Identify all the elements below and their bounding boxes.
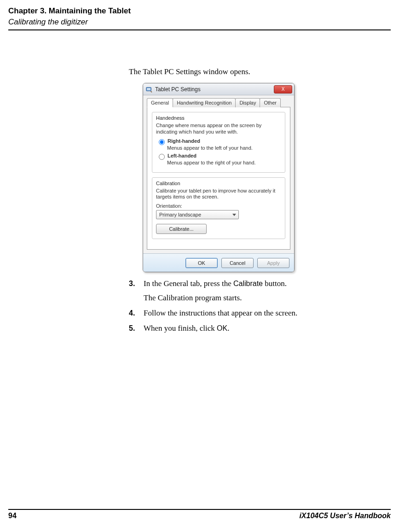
step-4-text: Follow the instructions that appear on t… <box>144 308 362 319</box>
step-3: 3. In the General tab, press the Calibra… <box>129 279 362 304</box>
svg-line-2 <box>151 91 152 92</box>
steps-list: 3. In the General tab, press the Calibra… <box>129 279 362 334</box>
tab-handwriting[interactable]: Handwriting Recognition <box>173 98 236 107</box>
step-5-ok-label: OK <box>217 324 227 332</box>
step-3-text-a: In the General tab, press the <box>144 279 233 288</box>
close-button[interactable]: X <box>274 85 292 94</box>
radio-right-handed[interactable] <box>159 139 165 145</box>
radio-left-handed-sub: Menus appear to the right of your hand. <box>167 160 281 165</box>
apply-button[interactable]: Apply <box>257 258 289 268</box>
dialog-title: Tablet PC Settings <box>155 86 274 93</box>
tab-other[interactable]: Other <box>260 98 281 107</box>
step-5-number: 5. <box>129 323 144 334</box>
calibrate-button[interactable]: Calibrate... <box>156 224 207 234</box>
page-footer: 94 iX104C5 User’s Handbook <box>8 509 391 520</box>
step-4-number: 4. <box>129 308 144 319</box>
step-3-sub: The Calibration program starts. <box>144 293 362 304</box>
step-5-text-a: When you finish, click <box>144 324 217 333</box>
step-3-calibrate-label: Calibrate <box>233 280 263 287</box>
page-number: 94 <box>8 512 17 520</box>
tab-panel-general: Handedness Change where menus appear on … <box>147 107 290 250</box>
orientation-select[interactable]: Primary landscape <box>156 210 239 219</box>
cancel-button[interactable]: Cancel <box>221 258 254 268</box>
step-5-text-c: . <box>227 324 229 333</box>
group-calibration-desc: Calibrate your tablet pen to improve how… <box>156 188 281 201</box>
group-calibration: Calibration Calibrate your tablet pen to… <box>152 177 285 240</box>
radio-right-handed-label: Right-handed <box>168 138 200 144</box>
dialog-tabs: General Handwriting Recognition Display … <box>147 98 290 107</box>
step-4: 4. Follow the instructions that appear o… <box>129 308 362 319</box>
dialog-titlebar: Tablet PC Settings X <box>143 83 294 95</box>
orientation-value: Primary landscape <box>159 212 201 217</box>
radio-left-handed[interactable] <box>159 154 165 160</box>
group-calibration-title: Calibration <box>156 181 281 186</box>
radio-right-handed-sub: Menus appear to the left of your hand. <box>167 145 281 151</box>
step-3-number: 3. <box>129 279 144 304</box>
group-handedness: Handedness Change where menus appear on … <box>152 112 285 173</box>
tablet-pc-settings-dialog: Tablet PC Settings X General Handwriting… <box>143 83 295 272</box>
intro-text: The Tablet PC Settings window opens. <box>129 67 362 76</box>
section-title: Calibrating the digitizer <box>8 18 391 27</box>
radio-left-handed-label: Left-handed <box>168 153 197 158</box>
step-5: 5. When you finish, click OK. <box>129 323 362 334</box>
close-icon: X <box>282 87 285 92</box>
book-title: iX104C5 User’s Handbook <box>299 512 391 520</box>
chapter-title: Chapter 3. Maintaining the Tablet <box>8 6 391 16</box>
group-handedness-title: Handedness <box>156 115 281 121</box>
tab-general[interactable]: General <box>147 98 173 107</box>
dialog-footer: OK Cancel Apply <box>143 253 294 272</box>
tablet-icon <box>146 86 152 93</box>
group-handedness-desc: Change where menus appear on the screen … <box>156 123 281 135</box>
orientation-label: Orientation: <box>156 203 281 209</box>
svg-rect-1 <box>147 88 150 90</box>
ok-button[interactable]: OK <box>185 258 218 268</box>
tab-display[interactable]: Display <box>235 98 260 107</box>
step-3-text-c: button. <box>263 279 287 288</box>
footer-rule <box>8 509 391 510</box>
